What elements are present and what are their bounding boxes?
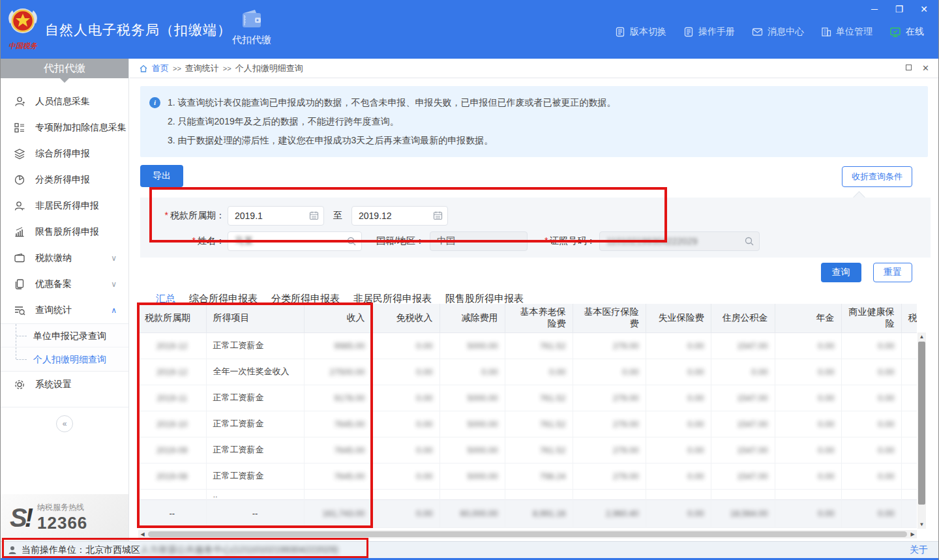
vertical-scroll-thumb[interactable] bbox=[918, 342, 925, 505]
sidebar-item-tax-payment[interactable]: 税款缴纳 ∨ bbox=[1, 245, 128, 271]
table-summary-row[interactable]: ----161,743.000.0060,000.008,991.162,960… bbox=[138, 499, 917, 527]
horizontal-scroll-thumb[interactable] bbox=[148, 531, 907, 537]
column-header: 税 bbox=[901, 304, 917, 332]
sidebar-item-label: 优惠备案 bbox=[35, 278, 72, 290]
sidebar-item-personnel-info[interactable]: 人员信息采集 bbox=[1, 89, 128, 115]
sidebar-item-special-deduction[interactable]: 专项附加扣除信息采集 bbox=[1, 115, 128, 141]
scroll-left-arrow[interactable]: ◀ bbox=[138, 531, 147, 537]
column-header: 收入 bbox=[304, 304, 372, 332]
search-icon[interactable] bbox=[346, 236, 357, 246]
table-row[interactable]: 2019-08正常工资薪金7645.000.005000.00798.24279… bbox=[138, 463, 917, 489]
name-input[interactable]: 马某 bbox=[228, 231, 362, 251]
table-cell: 0.00 bbox=[775, 411, 841, 437]
module-tab-withholding[interactable]: 代扣代缴 bbox=[226, 8, 278, 46]
name-label: *姓名： bbox=[140, 235, 225, 247]
table-cell: 0.00 bbox=[775, 437, 841, 463]
table-cell bbox=[901, 359, 917, 385]
menu-online-status[interactable]: 在线 bbox=[889, 26, 924, 38]
table-cell: 0.00 bbox=[841, 385, 901, 411]
sidebar-item-classified-income[interactable]: 分类所得申报 bbox=[1, 167, 128, 193]
search-list-icon bbox=[14, 304, 25, 316]
table-cell: 2019-08 bbox=[138, 463, 206, 489]
gear-icon bbox=[14, 379, 25, 391]
sidebar-item-query-statistics[interactable]: 查询统计 ∧ bbox=[1, 297, 128, 323]
tax-hotline: S! 纳税服务热线 12366 bbox=[1, 494, 128, 541]
table-cell: 0.00 bbox=[372, 499, 440, 527]
sidebar-subitem-unit-declaration-query[interactable]: 单位申报记录查询 bbox=[1, 324, 128, 347]
bar-chart-icon bbox=[14, 226, 25, 238]
main-content: 首页 >> 查询统计 >> 个人扣缴明细查询 ✕ i 1. 该查询统计表仅能查询… bbox=[130, 59, 938, 541]
scroll-right-arrow[interactable]: ▶ bbox=[908, 531, 917, 537]
sidebar-item-nonresident-income[interactable]: 非居民所得申报 bbox=[1, 193, 128, 219]
table-cell bbox=[901, 463, 917, 489]
minimize-button[interactable]: ─ bbox=[868, 3, 881, 16]
table-cell: 5000.00 bbox=[440, 385, 505, 411]
table-cell: 0.00 bbox=[775, 499, 841, 527]
tax-emblem-logo: 中国税务 bbox=[6, 4, 40, 53]
breadcrumb-home[interactable]: 首页 bbox=[152, 63, 169, 74]
breadcrumb: 首页 >> 查询统计 >> 个人扣缴明细查询 ✕ bbox=[130, 59, 938, 78]
document-icon bbox=[683, 27, 694, 37]
sidebar-item-restricted-shares[interactable]: 限售股所得申报 bbox=[1, 219, 128, 245]
about-link[interactable]: 关于 bbox=[910, 544, 928, 556]
table-cell: 5000.00 bbox=[440, 463, 505, 489]
table-cell bbox=[901, 437, 917, 463]
scroll-down-arrow[interactable]: ▼ bbox=[917, 520, 926, 529]
table-cell: 0.00 bbox=[841, 499, 901, 527]
table-cell: 9985.00 bbox=[304, 332, 372, 359]
table-row[interactable]: 2019-12正常工资薪金9985.000.005000.00761.52279… bbox=[138, 332, 917, 359]
app-window: 中国税务 自然人电子税务局（扣缴端） 代扣代缴 版本切换 bbox=[0, 0, 939, 560]
table-cell bbox=[138, 489, 206, 499]
table-row[interactable]: 2019-11正常工资薪金9178.000.005000.00761.52279… bbox=[138, 385, 917, 411]
reset-button[interactable]: 重置 bbox=[873, 263, 912, 282]
menu-message-center[interactable]: 消息中心 bbox=[752, 26, 804, 38]
to-label: 至 bbox=[333, 210, 342, 222]
query-button[interactable]: 查询 bbox=[821, 263, 861, 282]
menu-version-switch[interactable]: 版本切换 bbox=[615, 26, 666, 38]
sidebar-subitem-personal-withholding-query[interactable]: 个人扣缴明细查询 bbox=[1, 347, 128, 371]
close-button[interactable]: ✕ bbox=[917, 3, 931, 16]
table-cell: 0.00 bbox=[372, 332, 440, 359]
calendar-icon[interactable] bbox=[309, 211, 319, 220]
search-icon[interactable] bbox=[744, 236, 754, 246]
table-cell: 2019-09 bbox=[138, 437, 206, 463]
table-cell: 0.00 bbox=[711, 359, 775, 385]
id-number-value: 110102199304222029 bbox=[606, 236, 697, 246]
menu-unit-management[interactable]: 单位管理 bbox=[821, 26, 872, 38]
export-button[interactable]: 导出 bbox=[140, 165, 183, 187]
results-table-wrap: 税款所属期所得项目收入免税收入减除费用基本养老保险费基本医疗保险费失业保险费住房… bbox=[138, 304, 917, 529]
period-from-input[interactable]: 2019.1 bbox=[228, 206, 324, 226]
name-value: 马某 bbox=[235, 235, 253, 247]
table-row[interactable]: 2019-12全年一次性奖金收入27500.000.000.000.000.00… bbox=[138, 359, 917, 385]
table-row[interactable]: 2019-10正常工资薪金7645.000.005000.00761.52279… bbox=[138, 411, 917, 437]
chevron-down-icon: ∨ bbox=[111, 280, 117, 289]
notice-line-2: 2. 只能查询2019年及之后的数据，不能进行跨年度查询。 bbox=[149, 112, 919, 131]
table-row[interactable]: 2019-09正常工资薪金7645.000.005000.00761.52279… bbox=[138, 437, 917, 463]
table-cell: 0.00 bbox=[775, 463, 841, 489]
tab-maximize-icon[interactable] bbox=[906, 65, 912, 70]
sidebar-item-comprehensive-income[interactable]: 综合所得申报 bbox=[1, 141, 128, 167]
restore-button[interactable]: ❐ bbox=[893, 3, 906, 16]
sidebar-item-preferential-filing[interactable]: 优惠备案 ∨ bbox=[1, 271, 128, 297]
period-to-input[interactable]: 2019.12 bbox=[351, 206, 448, 226]
sidebar-collapse-button[interactable]: « bbox=[56, 415, 73, 432]
table-cell bbox=[901, 499, 917, 527]
sidebar-item-system-settings[interactable]: 系统设置 bbox=[1, 372, 128, 398]
table-cell: 761.52 bbox=[505, 332, 573, 359]
table-cell: 正常工资薪金 bbox=[206, 332, 304, 359]
calendar-icon[interactable] bbox=[433, 211, 443, 220]
table-cell: 279.00 bbox=[573, 437, 646, 463]
online-monitor-icon bbox=[889, 27, 901, 38]
table-cell: 279.00 bbox=[573, 385, 646, 411]
sidebar-item-label: 人员信息采集 bbox=[35, 96, 90, 108]
menu-manual[interactable]: 操作手册 bbox=[683, 26, 735, 38]
notice-line-1: i 1. 该查询统计表仅能查询已申报成功的数据，不包含未申报、申报失败，已申报但… bbox=[149, 93, 919, 112]
table-cell: 5000.00 bbox=[440, 437, 505, 463]
table-row-ellipsis[interactable]: .. bbox=[138, 489, 917, 499]
scroll-up-arrow[interactable]: ▲ bbox=[917, 332, 926, 341]
table-cell: 1547.00 bbox=[711, 332, 775, 359]
tab-close-icon[interactable]: ✕ bbox=[922, 65, 929, 72]
collapse-query-button[interactable]: 收折查询条件 bbox=[842, 166, 912, 187]
table-cell: 0.00 bbox=[841, 359, 901, 385]
table-cell: 0.00 bbox=[372, 463, 440, 489]
